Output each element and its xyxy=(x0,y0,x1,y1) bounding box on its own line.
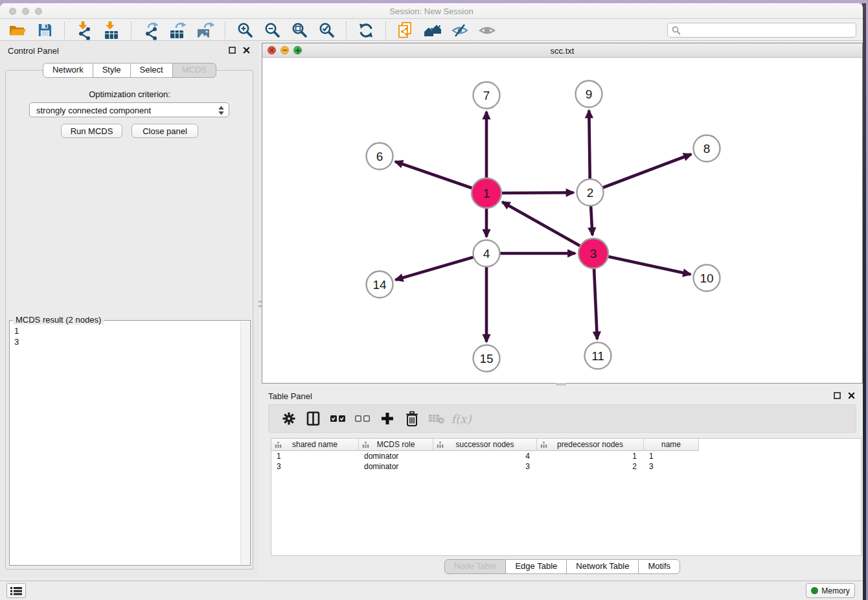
svg-text:6: 6 xyxy=(376,150,383,163)
graph-edge-3-1[interactable] xyxy=(502,202,593,253)
graph-node-8[interactable]: 8 xyxy=(694,135,720,162)
table-cell[interactable]: 4 xyxy=(433,452,537,461)
tab-motifs[interactable]: Motifs xyxy=(638,559,680,574)
float-panel-icon[interactable] xyxy=(229,47,236,54)
table-options-icon[interactable] xyxy=(279,409,299,428)
mcds-result-item[interactable]: 1 xyxy=(14,325,19,336)
network-canvas[interactable]: 7968124314101511 xyxy=(262,58,862,383)
column-header-name[interactable]: name xyxy=(644,439,699,451)
create-new-column-icon[interactable] xyxy=(378,409,397,428)
close-panel-icon[interactable] xyxy=(243,47,250,54)
table-cell[interactable]: 1 xyxy=(271,452,359,461)
tab-network-table[interactable]: Network Table xyxy=(566,559,639,574)
svg-text:4: 4 xyxy=(483,247,490,260)
tab-mcds[interactable]: MCDS xyxy=(172,63,216,78)
table-header-row: shared nameMCDS rolesuccessor nodesprede… xyxy=(271,439,861,451)
run-mcds-button[interactable]: Run MCDS xyxy=(61,124,122,138)
table-cell[interactable]: 1 xyxy=(644,452,699,461)
graph-node-3[interactable]: 3 xyxy=(578,238,608,268)
mcds-result-item[interactable]: 3 xyxy=(14,336,19,347)
svg-text:10: 10 xyxy=(700,271,713,285)
network-view-window: scc.txt 7968124314101511 xyxy=(262,43,863,384)
graph-node-10[interactable]: 10 xyxy=(694,265,720,292)
toolbar-separator xyxy=(64,22,65,39)
tab-style[interactable]: Style xyxy=(93,63,131,78)
graph-node-15[interactable]: 15 xyxy=(474,345,500,372)
float-table-panel-icon[interactable] xyxy=(834,392,841,399)
memory-label: Memory xyxy=(821,586,849,595)
deselect-all-columns-icon[interactable] xyxy=(353,409,372,428)
clone-network-icon[interactable] xyxy=(396,21,415,40)
criterion-dropdown-value: strongly connected component xyxy=(36,106,151,115)
zoom-in-icon[interactable] xyxy=(235,21,255,40)
table-cell[interactable]: 3 xyxy=(271,462,359,471)
toolbar-separator xyxy=(225,22,225,39)
mcds-result-list: 13 xyxy=(14,325,19,347)
close-panel-button[interactable]: Close panel xyxy=(131,124,198,138)
export-network-icon[interactable] xyxy=(141,21,161,40)
window-title: Session: New Session xyxy=(0,6,863,16)
table-cell[interactable]: dominator xyxy=(359,452,433,461)
zoom-fit-content-icon[interactable] xyxy=(290,21,309,40)
column-header-shared-name[interactable]: shared name xyxy=(271,439,359,451)
network-window-titlebar[interactable]: scc.txt xyxy=(262,43,862,58)
task-history-button[interactable] xyxy=(6,583,26,598)
show-column-panel-icon[interactable] xyxy=(304,409,323,428)
criterion-dropdown[interactable]: strongly connected component xyxy=(29,102,229,117)
delete-column-icon[interactable] xyxy=(402,409,422,428)
result-scrollbar[interactable] xyxy=(240,321,249,564)
column-header-predecessor-nodes[interactable]: predecessor nodes xyxy=(537,439,644,451)
hide-graphics-details-icon[interactable] xyxy=(450,21,470,40)
table-body: 1dominator4113dominator323 xyxy=(271,451,861,472)
graph-node-14[interactable]: 14 xyxy=(367,271,393,298)
tab-node-table[interactable]: Node Table xyxy=(444,559,507,574)
column-header-successor-nodes[interactable]: successor nodes xyxy=(433,439,537,451)
window-titlebar[interactable]: Session: New Session xyxy=(0,3,863,19)
graph-node-11[interactable]: 11 xyxy=(585,343,611,369)
zoom-out-icon[interactable] xyxy=(262,21,282,40)
table-cell[interactable]: 2 xyxy=(537,462,644,471)
tab-edge-table[interactable]: Edge Table xyxy=(505,559,567,574)
table-toolbar: f(x) xyxy=(268,404,856,433)
graph-edge-2-8[interactable] xyxy=(590,154,691,192)
export-table-icon[interactable] xyxy=(168,21,188,40)
dropdown-stepper-icon xyxy=(218,105,225,119)
control-panel-title: Control Panel xyxy=(8,46,59,56)
home-icon[interactable] xyxy=(423,21,442,40)
graph-edge-4-14[interactable] xyxy=(396,253,487,280)
search-input[interactable] xyxy=(684,24,852,36)
svg-text:7: 7 xyxy=(483,89,490,102)
memory-button[interactable]: Memory xyxy=(806,583,855,598)
table-cell[interactable]: 3 xyxy=(433,462,537,471)
select-all-columns-icon[interactable] xyxy=(328,409,348,428)
search-box[interactable] xyxy=(667,23,856,38)
optimization-criterion-label: Optimization criterion: xyxy=(0,89,259,99)
export-image-icon[interactable] xyxy=(196,21,215,40)
open-session-icon[interactable] xyxy=(8,21,27,40)
save-session-icon[interactable] xyxy=(35,21,54,40)
apply-layout-icon[interactable] xyxy=(356,21,376,40)
tab-network[interactable]: Network xyxy=(43,63,93,78)
graph-node-6[interactable]: 6 xyxy=(367,143,393,170)
tab-select[interactable]: Select xyxy=(130,63,173,78)
table-panel: Table Panel f(x) shared nameMCDS rolesuc… xyxy=(262,386,863,575)
table-cell[interactable]: 3 xyxy=(644,462,699,471)
import-table-icon[interactable] xyxy=(102,21,121,40)
graph-node-7[interactable]: 7 xyxy=(474,82,500,109)
import-network-icon[interactable] xyxy=(74,21,94,40)
zoom-selected-region-icon[interactable] xyxy=(317,21,336,40)
graph-node-9[interactable]: 9 xyxy=(576,81,602,108)
main-toolbar xyxy=(0,19,863,41)
graph-node-4[interactable]: 4 xyxy=(474,240,500,267)
svg-text:2: 2 xyxy=(587,186,594,200)
table-cell[interactable]: dominator xyxy=(359,462,433,471)
close-table-panel-icon[interactable] xyxy=(848,392,855,399)
table-row[interactable]: 1dominator411 xyxy=(271,451,861,461)
graph-node-1[interactable]: 1 xyxy=(472,178,501,208)
graph-node-2[interactable]: 2 xyxy=(577,179,604,206)
toolbar-separator xyxy=(385,22,386,39)
table-row[interactable]: 3dominator323 xyxy=(271,461,861,472)
table-splitter-handle[interactable] xyxy=(556,383,566,386)
table-cell[interactable]: 1 xyxy=(537,452,644,461)
column-header-mcds-role[interactable]: MCDS role xyxy=(359,439,433,451)
